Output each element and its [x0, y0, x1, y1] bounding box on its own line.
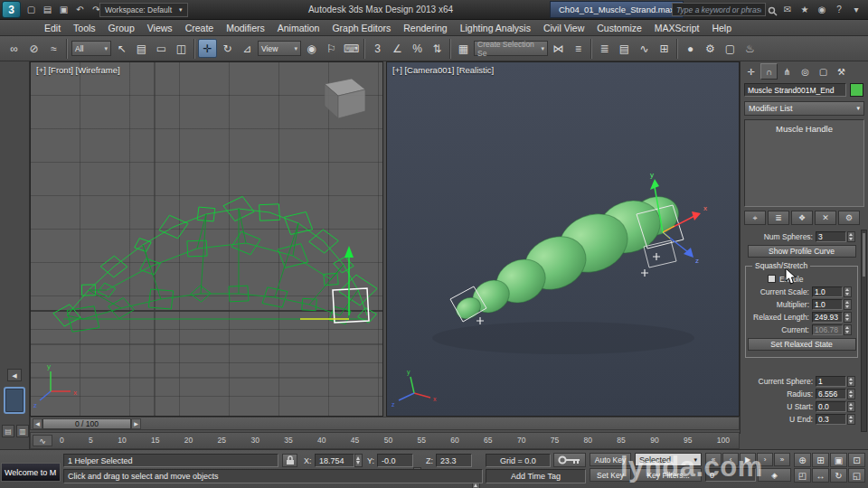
pin-stack-icon[interactable]: ⌖: [744, 211, 766, 225]
set-key-button[interactable]: Set Key: [590, 468, 631, 482]
edit-named-selection-sets-icon[interactable]: ▦: [454, 39, 473, 58]
angle-snap-icon[interactable]: ∠: [388, 39, 407, 58]
time-slider-handle[interactable]: 0 / 100: [42, 418, 131, 429]
render-production-icon[interactable]: ♨: [741, 39, 760, 58]
selection-lock-icon[interactable]: [282, 454, 297, 467]
select-object-icon[interactable]: ↖: [112, 39, 131, 58]
menu-item-modifiers[interactable]: Modifiers: [220, 21, 271, 35]
align-icon[interactable]: ≡: [569, 39, 588, 58]
play-icon[interactable]: ▶: [740, 453, 756, 466]
maximize-viewport-icon[interactable]: ◱: [848, 468, 865, 483]
mirror-icon[interactable]: ⋈: [549, 39, 568, 58]
bind-to-space-warp-icon[interactable]: ≈: [44, 39, 63, 58]
maxscript-mini-listener-icon[interactable]: ▤: [2, 425, 14, 437]
current-scale-spinner[interactable]: [844, 286, 852, 297]
expand-tray-arrow[interactable]: ◀: [7, 369, 22, 381]
object-color-swatch[interactable]: [850, 83, 863, 97]
rollout-scrollbar-thumb[interactable]: [863, 233, 865, 277]
view-cube[interactable]: [325, 79, 365, 118]
unlink-selection-icon[interactable]: ⊘: [24, 39, 43, 58]
squash-stretch-title[interactable]: Squash/Stretch: [752, 261, 810, 270]
go-to-start-icon[interactable]: «: [705, 453, 722, 466]
save-file-icon[interactable]: ▣: [57, 3, 71, 16]
material-editor-icon[interactable]: ●: [681, 39, 700, 58]
graphite-ribbon-icon[interactable]: ▤: [615, 39, 634, 58]
enable-checkbox[interactable]: [768, 275, 776, 283]
prompt-panel-icon[interactable]: ▥: [16, 425, 29, 437]
max-application-logo[interactable]: 3: [2, 1, 21, 18]
x-coordinate-spinner[interactable]: [354, 454, 363, 467]
set-relaxed-state-button[interactable]: Set Relaxed State: [748, 338, 856, 351]
mini-curve-editor-button[interactable]: ∿: [33, 435, 52, 446]
select-and-scale-icon[interactable]: ⊿: [238, 39, 257, 58]
y-coordinate-field[interactable]: -0.0: [377, 454, 413, 467]
workspace-dropdown[interactable]: Workspace: Default ▾: [99, 3, 188, 17]
menu-item-maxscript[interactable]: MAXScript: [648, 21, 706, 35]
modifier-stack[interactable]: Muscle Handle: [744, 119, 864, 207]
viewport-front-label[interactable]: [+] [Front] [Wireframe]: [36, 65, 120, 75]
reference-coordinate-dropdown[interactable]: View ▾: [258, 41, 301, 56]
multiplier-field[interactable]: 1.0: [812, 299, 843, 310]
x-coordinate-field[interactable]: 18.754: [315, 454, 354, 467]
viewport-camera[interactable]: [+] [Camera001] [Realistic]: [386, 61, 740, 417]
tab-modify-icon[interactable]: ∩: [760, 63, 778, 80]
help-icon[interactable]: ?: [833, 3, 845, 16]
menu-item-create[interactable]: Create: [179, 21, 221, 35]
next-frame-arrow[interactable]: ▶: [131, 418, 141, 429]
open-file-icon[interactable]: ▤: [41, 3, 54, 16]
tab-utilities-icon[interactable]: ⚒: [833, 63, 850, 80]
new-scene-icon[interactable]: ▢: [24, 3, 38, 16]
configure-modifier-sets-icon[interactable]: ⚙: [838, 211, 860, 225]
u-start-spinner[interactable]: [847, 401, 855, 412]
menu-item-animation[interactable]: Animation: [271, 21, 326, 35]
u-end-field[interactable]: 0.3: [816, 414, 846, 425]
tab-create-icon[interactable]: ✛: [742, 63, 760, 80]
viewport-layout-tab-icon[interactable]: [4, 387, 25, 414]
show-profile-curve-button[interactable]: Show Profile Curve: [748, 245, 856, 258]
menu-item-civil-view[interactable]: Civil View: [537, 21, 590, 35]
favorites-icon[interactable]: ★: [798, 3, 811, 16]
undo-icon[interactable]: ↶: [73, 3, 87, 16]
selection-filter-dropdown[interactable]: All ▾: [71, 41, 111, 56]
go-to-end-icon[interactable]: »: [774, 453, 790, 466]
u-start-field[interactable]: 0.0: [816, 401, 846, 412]
relaxed-length-spinner[interactable]: [844, 312, 852, 323]
viewport-camera-label[interactable]: [+] [Camera001] [Realistic]: [392, 65, 494, 75]
remove-modifier-icon[interactable]: ✕: [815, 211, 836, 225]
rollout-scrollbar[interactable]: [861, 230, 867, 432]
z-coordinate-field[interactable]: 23.3: [436, 454, 472, 467]
current-sphere-spinner[interactable]: [847, 376, 855, 387]
menu-item-lighting-analysis[interactable]: Lighting Analysis: [454, 21, 537, 35]
search-icon[interactable]: [768, 4, 778, 20]
search-input[interactable]: [672, 3, 766, 16]
make-unique-icon[interactable]: ❖: [791, 211, 813, 225]
menu-item-customize[interactable]: Customize: [590, 21, 648, 35]
snaps-toggle-icon[interactable]: 3: [368, 39, 387, 58]
key-filters-button[interactable]: Key Filters...: [635, 468, 702, 482]
modifier-list-dropdown[interactable]: Modifier List ▾: [744, 101, 864, 116]
rendered-frame-icon[interactable]: ▢: [721, 39, 740, 58]
menu-item-edit[interactable]: Edit: [38, 21, 67, 35]
set-keys-key-icon[interactable]: [553, 453, 586, 467]
select-and-link-icon[interactable]: ∞: [5, 39, 24, 58]
radius-field[interactable]: 6.556: [816, 389, 846, 399]
percent-snap-icon[interactable]: %: [408, 39, 427, 58]
current-scale-field[interactable]: 1.0: [812, 286, 843, 297]
auto-key-button[interactable]: Auto Key: [590, 453, 631, 466]
infocenter-menu-icon[interactable]: ▾: [850, 3, 863, 16]
num-spheres-spinner[interactable]: [847, 231, 855, 242]
curve-editor-icon[interactable]: ∿: [635, 39, 654, 58]
selection-region-icon[interactable]: ▭: [152, 39, 171, 58]
menu-item-group[interactable]: Group: [102, 21, 141, 35]
select-and-move-icon[interactable]: ✛: [198, 39, 217, 58]
u-end-spinner[interactable]: [847, 414, 855, 425]
key-selection-dropdown[interactable]: Selected ▾: [635, 453, 702, 466]
zoom-extents-all-icon[interactable]: ⊡: [848, 453, 865, 467]
zoom-icon[interactable]: ⊕: [794, 453, 811, 467]
multiplier-spinner[interactable]: [844, 299, 852, 310]
next-frame-icon[interactable]: ›: [757, 453, 773, 466]
previous-frame-arrow[interactable]: ◀: [33, 418, 42, 429]
keyboard-override-icon[interactable]: ⌨: [342, 39, 361, 58]
current-frame-field[interactable]: 0: [705, 468, 756, 482]
render-setup-icon[interactable]: ⚙: [701, 39, 720, 58]
